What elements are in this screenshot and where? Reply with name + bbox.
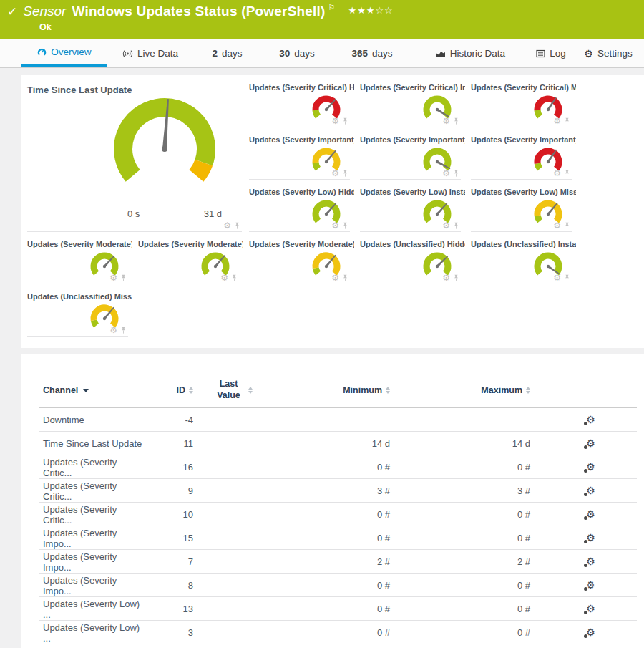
channel-name-cell[interactable]: Time Since Last Update xyxy=(21,438,143,449)
channel-settings-icon[interactable]: ⚙ xyxy=(586,533,595,543)
pin-icon[interactable] xyxy=(234,222,240,230)
channel-settings-icon[interactable]: ⚙ xyxy=(586,556,595,567)
column-header-channel[interactable]: Channel xyxy=(21,385,143,395)
column-header-maximum[interactable]: Maximum xyxy=(397,385,537,395)
column-header-last-value[interactable]: Last Value xyxy=(193,379,272,401)
channel-settings-icon[interactable]: ⚙ xyxy=(586,485,595,496)
flag-icon[interactable]: ⚐ xyxy=(328,3,336,12)
channel-name-cell[interactable]: Updates (Severity Impo... xyxy=(21,575,143,596)
channel-maximum-cell: 14 d xyxy=(397,438,537,449)
main-gauge-cell[interactable]: Time Since Last Update 0 s 31 d ⚙ xyxy=(27,82,249,239)
priority-stars[interactable]: ★★★☆☆ xyxy=(348,5,393,16)
mini-gauge-cell[interactable]: Updates (Severity Moderate) ... ⚙ xyxy=(27,239,138,291)
mini-gauge-cell[interactable]: Updates (Severity Important) ... ⚙ xyxy=(471,135,582,187)
channel-name-cell[interactable]: Updates (Severity Impo... xyxy=(21,528,143,549)
column-header-minimum[interactable]: Minimum xyxy=(272,385,397,395)
tab-30-days[interactable]: 30 days xyxy=(261,39,333,67)
pin-icon[interactable] xyxy=(120,327,127,334)
channel-table-row[interactable]: Updates (Severity Impo... 15 0 # 0 # ⚙ xyxy=(21,526,644,550)
pin-icon[interactable] xyxy=(564,222,570,230)
channel-name-cell[interactable]: Downtime xyxy=(21,415,143,425)
channel-name-cell[interactable]: Updates (Severity Critic... xyxy=(21,504,143,526)
gauge-settings-gear-icon[interactable]: ⚙ xyxy=(331,117,339,125)
channel-name-cell[interactable]: Updates (Severity Low) ... xyxy=(21,622,143,644)
tab-overview[interactable]: Overview xyxy=(21,39,107,67)
tab-live-data[interactable]: Live Data xyxy=(107,39,193,67)
tab-365-days[interactable]: 365 days xyxy=(333,39,411,67)
channel-name-cell[interactable]: Updates (Severity Critic... xyxy=(21,457,143,478)
gauges-panel: Time Since Last Update 0 s 31 d ⚙ Update… xyxy=(21,75,644,348)
channel-minimum-cell: 2 # xyxy=(272,556,397,567)
channel-settings-icon[interactable]: ⚙ xyxy=(586,509,595,520)
tab-number: 365 xyxy=(351,48,368,59)
column-header-id[interactable]: ID xyxy=(143,385,193,395)
channel-settings-icon[interactable]: ⚙ xyxy=(586,462,595,473)
mini-gauge-cell[interactable]: Updates (Unclassified) Hidden ⚙ xyxy=(360,239,471,291)
time-since-last-update-gauge[interactable] xyxy=(86,97,243,204)
pin-icon[interactable] xyxy=(564,170,570,178)
gauge-settings-gear-icon[interactable]: ⚙ xyxy=(442,117,450,125)
mini-gauge-cell[interactable]: Updates (Unclassified) Missing ⚙ xyxy=(27,291,138,344)
channel-table-row[interactable]: Updates (Severity Low) ... 3 0 # 0 # ⚙ xyxy=(21,621,644,644)
gauge-settings-gear-icon[interactable]: ⚙ xyxy=(220,274,228,282)
channel-table-row[interactable]: Updates (Severity Critic... 16 0 # 0 # ⚙ xyxy=(21,455,644,479)
gauge-settings-gear-icon[interactable]: ⚙ xyxy=(331,274,339,282)
gauge-settings-gear-icon[interactable]: ⚙ xyxy=(331,221,339,230)
pin-icon[interactable] xyxy=(564,274,570,282)
mini-gauge-cell[interactable]: Updates (Severity Important) ... ⚙ xyxy=(249,135,360,187)
channel-settings-icon[interactable]: ⚙ xyxy=(586,438,595,449)
mini-gauge-cell[interactable]: Updates (Severity Low) Hidden ⚙ xyxy=(249,187,360,239)
mini-gauge-cell[interactable]: Updates (Severity Moderate) I... ⚙ xyxy=(138,239,249,291)
channel-settings-icon[interactable]: ⚙ xyxy=(586,415,595,425)
gauge-settings-gear-icon[interactable]: ⚙ xyxy=(553,221,561,230)
pin-icon[interactable] xyxy=(342,222,348,230)
gauge-settings-gear-icon[interactable]: ⚙ xyxy=(553,169,561,178)
tab-settings[interactable]: ⚙ Settings xyxy=(572,39,644,67)
pin-icon[interactable] xyxy=(231,274,238,282)
gauge-settings-gear-icon[interactable]: ⚙ xyxy=(442,221,450,230)
gauge-settings-gear-icon[interactable]: ⚙ xyxy=(553,117,561,125)
pin-icon[interactable] xyxy=(453,170,459,178)
channel-table-row[interactable]: Updates (Severity Impo... 8 0 # 0 # ⚙ xyxy=(21,574,644,597)
tab-number: 2 xyxy=(212,48,218,59)
channel-name-cell[interactable]: Updates (Severity Critic... xyxy=(21,480,143,502)
pin-icon[interactable] xyxy=(342,274,348,282)
channel-settings-icon[interactable]: ⚙ xyxy=(586,580,595,591)
channel-settings-icon[interactable]: ⚙ xyxy=(586,604,595,614)
tab-historic-data[interactable]: Historic Data xyxy=(411,39,530,67)
gauge-settings-gear-icon[interactable]: ⚙ xyxy=(109,326,117,334)
mini-gauge-cell[interactable]: Updates (Severity Important) ... ⚙ xyxy=(360,135,471,187)
pin-icon[interactable] xyxy=(120,274,127,282)
mini-gauge-cell[interactable]: Updates (Severity Moderate) ... ⚙ xyxy=(249,239,360,291)
object-kind-label: Sensor xyxy=(23,4,66,19)
pin-icon[interactable] xyxy=(453,222,459,230)
gauge-settings-gear-icon[interactable]: ⚙ xyxy=(223,221,231,230)
channel-table-row[interactable]: Downtime -4 ⚙ xyxy=(21,408,644,432)
gauge-settings-gear-icon[interactable]: ⚙ xyxy=(553,274,561,282)
mini-gauge-cell[interactable]: Updates (Severity Low) Missi... ⚙ xyxy=(471,187,582,239)
mini-gauge-cell[interactable]: Updates (Severity Critical) Ins... ⚙ xyxy=(360,82,471,135)
channel-table-row[interactable]: Updates (Severity Critic... 10 0 # 0 # ⚙ xyxy=(21,503,644,526)
pin-icon[interactable] xyxy=(453,117,459,125)
channel-name-cell[interactable]: Updates (Severity Low) ... xyxy=(21,599,143,620)
pin-icon[interactable] xyxy=(342,170,348,178)
channel-table-row[interactable]: Updates (Severity Impo... 7 2 # 2 # ⚙ xyxy=(21,550,644,574)
tab-2-days[interactable]: 2 days xyxy=(193,39,261,67)
gauge-settings-gear-icon[interactable]: ⚙ xyxy=(331,169,339,178)
tab-log[interactable]: Log xyxy=(530,39,572,67)
channel-name-cell[interactable]: Updates (Severity Impo... xyxy=(21,551,143,573)
channel-table-row[interactable]: Updates (Severity Low) ... 13 0 # 0 # ⚙ xyxy=(21,597,644,621)
channel-table-row[interactable]: Updates (Severity Critic... 9 3 # 3 # ⚙ xyxy=(21,479,644,503)
mini-gauge-cell[interactable]: Updates (Unclassified) Install... ⚙ xyxy=(471,239,582,291)
gauge-settings-gear-icon[interactable]: ⚙ xyxy=(442,169,450,178)
mini-gauge-cell[interactable]: Updates (Severity Critical) Hi... ⚙ xyxy=(249,82,360,135)
mini-gauge-cell[interactable]: Updates (Severity Low) Install... ⚙ xyxy=(360,187,471,239)
channel-settings-icon[interactable]: ⚙ xyxy=(586,627,595,638)
pin-icon[interactable] xyxy=(342,117,348,125)
pin-icon[interactable] xyxy=(453,274,459,282)
pin-icon[interactable] xyxy=(564,117,570,125)
mini-gauge-cell[interactable]: Updates (Severity Critical) Mi... ⚙ xyxy=(471,82,582,135)
gauge-settings-gear-icon[interactable]: ⚙ xyxy=(109,274,117,282)
channel-table-row[interactable]: Time Since Last Update 11 14 d 14 d ⚙ xyxy=(21,432,644,455)
gauge-settings-gear-icon[interactable]: ⚙ xyxy=(442,274,450,282)
